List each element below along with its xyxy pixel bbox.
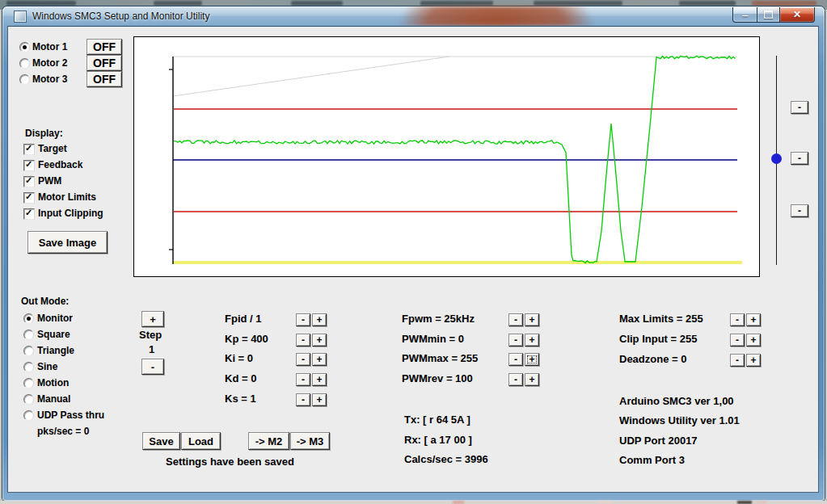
deadzone-minus-button[interactable]: - <box>730 354 745 367</box>
radio-dot-icon <box>23 45 27 49</box>
ki-plus-button[interactable]: + <box>312 353 327 366</box>
pwm-checkbox[interactable]: ✓ <box>23 176 35 187</box>
motor3-radio[interactable] <box>19 74 30 85</box>
input-clipping-checkbox-label: Input Clipping <box>38 208 103 219</box>
calcs-value: Calcs/sec = 3996 <box>404 454 488 465</box>
comm-port-text: Comm Port 3 <box>619 455 685 466</box>
pwmmin-plus-button[interactable]: + <box>525 334 539 346</box>
motor2-radio[interactable] <box>19 58 30 69</box>
desktop-smudge <box>420 1 493 6</box>
clip-input-label: Clip Input = 255 <box>619 334 697 345</box>
maximize-button[interactable] <box>757 7 780 23</box>
titlebar[interactable]: Windows SMC3 Setup and Monitor Utility –… <box>2 6 825 26</box>
load-button[interactable]: Load <box>181 432 221 450</box>
desktop-smudge <box>752 1 816 6</box>
pwmmax-minus-button[interactable]: - <box>508 353 523 366</box>
kp-minus-button[interactable]: - <box>296 334 310 346</box>
motor2-off-button[interactable]: OFF <box>86 55 122 71</box>
desktop-smudge <box>756 501 767 504</box>
checkmark-icon: ✓ <box>25 159 32 170</box>
pwmmax-plus-button[interactable]: + <box>525 353 539 366</box>
motor-limits-checkbox[interactable]: ✓ <box>23 192 35 204</box>
out-mode-motion-label: Motion <box>37 378 69 388</box>
ks-minus-button[interactable]: - <box>296 393 310 406</box>
deadzone-plus-button[interactable]: + <box>746 354 761 367</box>
pwmrev-plus-button[interactable]: + <box>525 373 539 386</box>
out-mode-sine-label: Sine <box>37 362 57 372</box>
deadzone-label: Deadzone = 0 <box>619 354 686 365</box>
desktop-smudge <box>291 1 343 6</box>
out-mode-square-radio[interactable] <box>23 330 34 340</box>
close-button[interactable]: ✕ <box>779 7 815 23</box>
utility-version-text: Windows Utility ver 1.01 <box>619 415 740 426</box>
copy-to-m2-button[interactable]: -> M2 <box>248 432 289 450</box>
lower-limit-minus-button[interactable]: - <box>791 204 808 217</box>
fpwm-label: Fpwm = 25kHz <box>402 313 475 325</box>
step-plus-button[interactable]: + <box>141 311 164 327</box>
ki-minus-button[interactable]: - <box>296 353 310 366</box>
step-label: Step <box>139 330 162 341</box>
motor1-label: Motor 1 <box>32 42 67 52</box>
input-clipping-checkbox[interactable]: ✓ <box>23 208 35 220</box>
target-checkbox[interactable]: ✓ <box>23 144 35 155</box>
checkmark-icon: ✓ <box>25 191 32 202</box>
out-mode-manual-label: Manual <box>37 394 70 405</box>
out-mode-triangle-label: Triangle <box>37 346 74 356</box>
feedback-checkbox[interactable]: ✓ <box>23 160 35 171</box>
desktop-smudge <box>598 501 611 504</box>
max-limits-plus-button[interactable]: + <box>746 313 761 326</box>
center-minus-button[interactable]: - <box>791 152 808 165</box>
copy-to-m3-button[interactable]: -> M3 <box>290 432 330 450</box>
target-checkbox-label: Target <box>38 144 67 154</box>
motor2-label: Motor 2 <box>32 58 67 69</box>
kd-plus-button[interactable]: + <box>312 373 327 386</box>
out-mode-triangle-radio[interactable] <box>23 346 34 356</box>
radio-dot-icon <box>27 317 31 321</box>
fpwm-minus-button[interactable]: - <box>508 313 523 326</box>
clip-input-minus-button[interactable]: - <box>730 334 745 346</box>
out-mode-square-label: Square <box>37 330 70 340</box>
fpid-label: Fpid / 1 <box>225 313 262 325</box>
step-minus-button[interactable]: - <box>141 359 164 375</box>
window-title: Windows SMC3 Setup and Monitor Utility <box>32 10 209 22</box>
monitor-graph <box>134 37 757 275</box>
kd-minus-button[interactable]: - <box>296 373 310 386</box>
motor1-radio[interactable] <box>19 42 30 52</box>
ki-label: Ki = 0 <box>225 353 253 364</box>
max-limits-label: Max Limits = 255 <box>619 313 703 325</box>
pwmrev-minus-button[interactable]: - <box>508 373 523 386</box>
save-image-button[interactable]: Save Image <box>27 231 108 254</box>
clip-input-plus-button[interactable]: + <box>746 334 761 346</box>
ks-label: Ks = 1 <box>225 393 256 405</box>
kd-label: Kd = 0 <box>225 373 256 384</box>
checkmark-icon: ✓ <box>25 208 32 218</box>
desktop-smudge <box>6 1 76 6</box>
minimize-icon: – <box>742 10 748 20</box>
desktop-showthrough <box>368 6 625 26</box>
fpid-minus-button[interactable]: - <box>296 313 310 326</box>
save-button[interactable]: Save <box>142 432 180 450</box>
fpwm-plus-button[interactable]: + <box>525 313 539 326</box>
kp-plus-button[interactable]: + <box>312 334 327 346</box>
upper-limit-minus-button[interactable]: - <box>791 101 808 114</box>
pwmrev-label: PWMrev = 100 <box>402 373 473 384</box>
pwmmax-label: PWMmax = 255 <box>402 353 478 364</box>
graph-slider-thumb[interactable] <box>771 153 782 164</box>
out-mode-udp-pass-thru-radio[interactable] <box>23 410 34 421</box>
minimize-button[interactable]: – <box>732 7 757 23</box>
motor3-label: Motor 3 <box>32 74 67 85</box>
motor3-off-button[interactable]: OFF <box>86 71 122 87</box>
out-mode-monitor-radio[interactable] <box>23 313 34 324</box>
step-value: 1 <box>149 344 154 355</box>
max-limits-minus-button[interactable]: - <box>730 313 745 326</box>
pks-per-sec-label: pks/sec = 0 <box>37 426 89 437</box>
pwmmin-minus-button[interactable]: - <box>508 334 523 346</box>
feedback-checkbox-label: Feedback <box>38 160 82 170</box>
out-mode-sine-radio[interactable] <box>23 362 34 372</box>
out-mode-manual-radio[interactable] <box>23 394 34 405</box>
motor1-off-button[interactable]: OFF <box>86 39 122 55</box>
desktop-smudge <box>534 1 622 6</box>
fpid-plus-button[interactable]: + <box>312 313 327 326</box>
out-mode-motion-radio[interactable] <box>23 378 34 388</box>
ks-plus-button[interactable]: + <box>312 393 327 406</box>
